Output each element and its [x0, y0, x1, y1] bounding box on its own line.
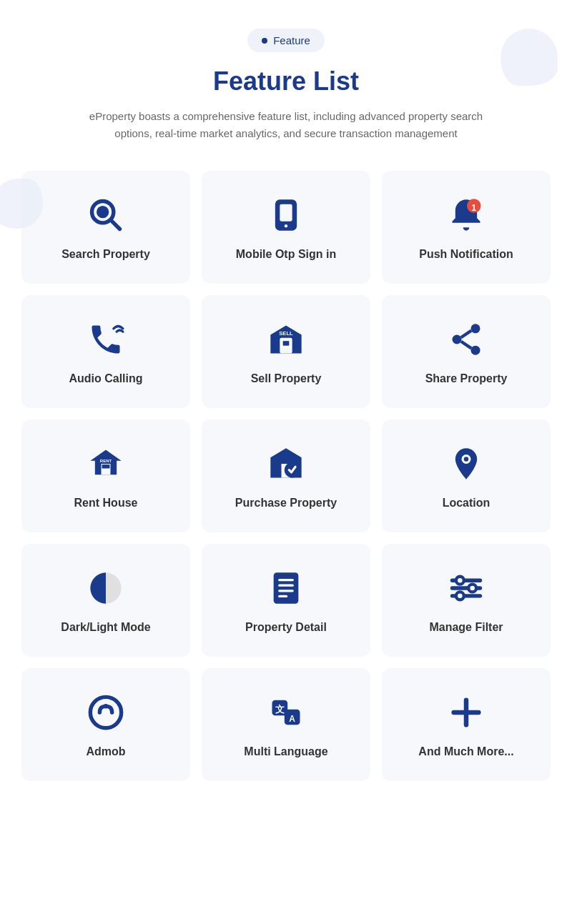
feature-card-sell-property[interactable]: SELL Sell Property: [202, 295, 370, 408]
admob-icon: [84, 691, 127, 734]
svg-line-1: [112, 221, 120, 229]
page-wrapper: Feature Feature List eProperty boasts a …: [0, 0, 572, 824]
features-grid: Search PropertyMobile Otp Sign in 1 Push…: [21, 171, 551, 781]
feature-badge: Feature: [247, 29, 325, 52]
feature-card-manage-filter[interactable]: Manage Filter: [382, 544, 551, 657]
filter-icon: [445, 567, 488, 610]
svg-text:1: 1: [472, 203, 477, 213]
search-icon: [84, 194, 127, 237]
svg-rect-28: [278, 595, 287, 597]
svg-text:SELL: SELL: [279, 330, 293, 337]
section-description: eProperty boasts a comprehensive feature…: [86, 108, 486, 142]
badge-wrapper: Feature: [21, 29, 551, 52]
svg-rect-18: [102, 465, 110, 468]
rent-icon: RENT: [84, 442, 127, 485]
share-icon: [445, 318, 488, 361]
feature-card-multi-language[interactable]: 文 A Multi Language: [202, 668, 370, 781]
sell-icon: SELL: [265, 318, 307, 361]
svg-point-13: [471, 346, 480, 355]
feature-label-manage-filter: Manage Filter: [429, 621, 503, 634]
svg-point-35: [90, 697, 121, 727]
feature-card-dark-light-mode[interactable]: Dark/Light Mode: [21, 544, 190, 657]
svg-text:RENT: RENT: [100, 459, 112, 463]
darklight-icon: [84, 567, 127, 610]
feature-card-and-more[interactable]: And Much More...: [382, 668, 551, 781]
svg-rect-4: [280, 204, 292, 222]
svg-text:A: A: [289, 714, 295, 724]
feature-label-property-detail: Property Detail: [245, 621, 327, 634]
feature-card-purchase-property[interactable]: Purchase Property: [202, 419, 370, 532]
feature-label-audio-calling: Audio Calling: [69, 372, 142, 385]
svg-line-15: [461, 342, 471, 349]
feature-label-share-property: Share Property: [425, 372, 508, 385]
feature-label-rent-house: Rent House: [74, 497, 138, 510]
location-icon: [445, 442, 488, 485]
feature-label-push-notification: Push Notification: [419, 248, 513, 261]
decorative-blob-right: [500, 29, 558, 86]
feature-label-dark-light-mode: Dark/Light Mode: [61, 621, 150, 634]
svg-point-2: [97, 206, 109, 218]
svg-point-32: [456, 577, 464, 585]
detail-icon: [265, 567, 307, 610]
svg-point-36: [104, 704, 109, 709]
svg-point-5: [285, 224, 287, 227]
section-title: Feature List: [21, 66, 551, 96]
svg-rect-25: [278, 579, 294, 581]
feature-card-admob[interactable]: Admob: [21, 668, 190, 781]
svg-rect-9: [283, 341, 290, 346]
feature-card-share-property[interactable]: Share Property: [382, 295, 551, 408]
svg-rect-24: [274, 572, 299, 603]
feature-label-search-property: Search Property: [61, 248, 150, 261]
feature-label-location: Location: [443, 497, 490, 510]
purchase-icon: [265, 442, 307, 485]
badge-dot: [262, 38, 267, 44]
svg-line-14: [461, 331, 471, 338]
svg-point-12: [453, 335, 462, 344]
feature-label-and-more: And Much More...: [418, 745, 513, 758]
svg-point-34: [456, 592, 464, 600]
mobile-icon: [265, 194, 307, 237]
feature-card-push-notification[interactable]: 1 Push Notification: [382, 171, 551, 284]
plus-icon: [445, 691, 488, 734]
svg-point-33: [468, 585, 476, 592]
svg-point-11: [471, 324, 480, 333]
feature-card-location[interactable]: Location: [382, 419, 551, 532]
feature-card-search-property[interactable]: Search Property: [21, 171, 190, 284]
feature-label-sell-property: Sell Property: [251, 372, 322, 385]
feature-label-mobile-otp: Mobile Otp Sign in: [236, 248, 336, 261]
feature-label-multi-language: Multi Language: [244, 745, 327, 758]
svg-rect-8: [280, 338, 292, 354]
svg-rect-27: [278, 590, 294, 592]
svg-point-22: [464, 457, 469, 462]
svg-rect-26: [278, 585, 294, 587]
feature-label-purchase-property: Purchase Property: [235, 497, 337, 510]
feature-label-admob: Admob: [86, 745, 125, 758]
feature-card-audio-calling[interactable]: Audio Calling: [21, 295, 190, 408]
language-icon: 文 A: [265, 691, 307, 734]
feature-card-property-detail[interactable]: Property Detail: [202, 544, 370, 657]
bell-icon: 1: [445, 194, 488, 237]
svg-text:文: 文: [275, 704, 285, 715]
feature-card-mobile-otp[interactable]: Mobile Otp Sign in: [202, 171, 370, 284]
phone-icon: [84, 318, 127, 361]
feature-card-rent-house[interactable]: RENT Rent House: [21, 419, 190, 532]
badge-label: Feature: [273, 34, 310, 46]
